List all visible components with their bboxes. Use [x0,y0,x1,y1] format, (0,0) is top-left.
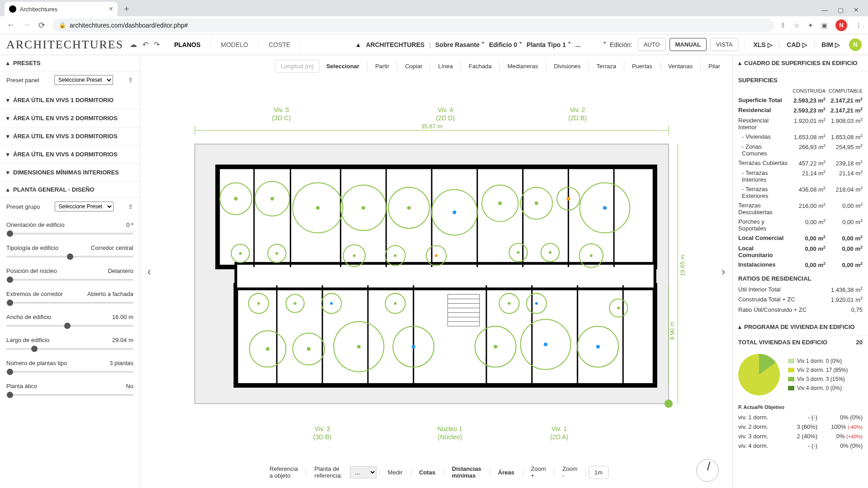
svg-point-96 [307,347,311,351]
export-bim[interactable]: BIM ▷ [820,38,842,51]
tool-cotas[interactable]: Cotas [414,466,441,479]
breadcrumb-up-icon[interactable]: ▲ [355,41,361,48]
breadcrumb-l2[interactable]: Edificio 0 ˅ [489,41,522,48]
programa-row: viv. 3 dorm.2 (40%)0% (+40%) [738,432,863,441]
view-tabs: PLANOS MODELO COSTE [164,35,301,55]
breadcrumb-l3[interactable]: Planta Tipo 1 ˅ [527,41,571,48]
section-area-2bed[interactable]: ▾ÁREA ÚTIL EN VIVS 2 DORMITORIOS [0,109,140,127]
tool-fachada[interactable]: Fachada [463,60,498,73]
presets-header[interactable]: ▴ PRESETS [0,55,140,71]
preset-grupo-select[interactable]: Seleccione Preset [55,202,113,211]
tool-copiar[interactable]: Copiar [399,60,428,73]
undo-icon[interactable]: ↶ [142,40,148,49]
window-controls: — ▢ ✕ [821,6,868,16]
mode-manual[interactable]: MANUAL [670,38,707,51]
canvas-next-icon[interactable]: › [717,261,730,282]
zoom-out-button[interactable]: Zoom - [557,463,583,482]
svg-point-82 [353,254,356,257]
planta-ref-select[interactable]: ... [350,466,377,479]
tool-puertas[interactable]: Puertas [626,60,658,73]
tab-coste[interactable]: COSTE [259,35,301,55]
browser-tab[interactable]: Architechtures × [5,2,118,16]
preset-panel-label: Preset panel [6,77,39,84]
section-planta-general[interactable]: ▴PLANTA GENERAL - DISEÑO [0,182,140,198]
section-area-4bed[interactable]: ▾ÁREA ÚTIL EN VIVS 4 DORMITORIOS [0,145,140,164]
tab-modelo[interactable]: MODELO [211,35,259,55]
canvas[interactable]: Longitud (m) Seleccionar Partir Copiar L… [140,55,732,488]
tool-dist-min[interactable]: Distancias mínimas [447,463,487,482]
zoom-in-button[interactable]: Zoom + [525,463,551,482]
maximize-icon[interactable]: ▢ [838,6,844,14]
svg-point-76 [498,202,502,205]
tool-ventanas[interactable]: Ventanas [662,60,698,73]
slider-largo[interactable]: Largo de edificio29.04 m [0,333,140,356]
canvas-prev-icon[interactable]: ‹ [143,261,156,282]
preset-grupo-label: Preset grupo [6,203,40,210]
slider-orientacion[interactable]: Orientación de edificio0 º [0,218,140,241]
svg-text:(3D C): (3D C) [272,114,291,122]
tool-divisiones[interactable]: Divisiones [548,60,586,73]
favicon-icon [9,5,16,13]
upload-icon[interactable]: ⇪ [128,203,133,210]
breadcrumb-l4[interactable]: ... [576,41,581,48]
menu-icon[interactable]: ⋮ [855,22,862,29]
programa-panel-header[interactable]: ▴ PROGRAMA DE VIVIENDA EN EDIFICIO [733,319,868,335]
svg-point-73 [362,206,365,210]
redo-icon[interactable]: ↷ [154,40,160,49]
slider-atico[interactable]: Planta áticoNo [0,379,140,402]
tab-planos[interactable]: PLANOS [164,35,211,55]
upload-icon[interactable]: ⇪ [128,76,133,84]
tool-ref-objeto[interactable]: Referencia a objeto [264,463,303,482]
slider-plantas[interactable]: Número de plantas tipo3 plantas [0,356,140,379]
reload-icon[interactable]: ⟳ [37,20,46,30]
tool-seleccionar[interactable]: Seleccionar [321,60,365,73]
bookmark-icon[interactable]: ☆ [794,22,800,29]
mode-auto[interactable]: AUTO [638,38,666,51]
back-icon[interactable]: ← [6,20,15,30]
table-row: Instalaciones0,00 m20,00 m2 [738,260,863,270]
slider-ancho[interactable]: Ancho de edificio16.00 m [0,310,140,333]
tool-partir[interactable]: Partir [369,60,395,73]
slider-nucleo[interactable]: Posición del núcleoDelantero [0,264,140,287]
new-tab-button[interactable]: + [120,3,133,15]
forward-icon[interactable]: → [22,20,31,30]
minimize-icon[interactable]: — [821,6,828,14]
panel-icon[interactable]: ▣ [821,22,827,29]
tool-medianeras[interactable]: Medianeras [501,60,544,73]
slider-tipologia[interactable]: Tipología de edificioCorredor central [0,241,140,264]
profile-avatar[interactable]: N [835,19,847,31]
tool-medir[interactable]: Medir [382,466,408,479]
section-min-dims[interactable]: ▾DIMENSIONES MÍNIMAS INTERIORES [0,164,140,182]
export-xls[interactable]: XLS ▷ [751,38,774,51]
url-bar[interactable]: 🔒 architechtures.com/dashboard/editor.ph… [52,19,774,32]
tool-longitud[interactable]: Longitud (m) [275,60,320,73]
slider-extremos[interactable]: Extremos de corredorAbierto a fachada [0,287,140,310]
tool-pilar[interactable]: Pilar [703,60,726,73]
cloud-icon[interactable]: ☁ [130,40,137,49]
tool-areas[interactable]: Áreas [493,466,520,479]
tab-close-icon[interactable]: × [109,5,113,13]
share-icon[interactable]: ⇪ [780,22,786,29]
floorplan-drawing[interactable]: Viv. 5 (3D C) Viv. 4 (2D D) Viv. 2 (2D B… [140,55,732,488]
preset-panel-select[interactable]: Seleccione Preset [54,75,113,85]
export-cad[interactable]: CAD ▷ [785,38,809,51]
svg-point-90 [330,302,333,305]
section-area-1bed[interactable]: ▾ÁREA ÚTIL EN VIVS 1 DORMITORIO [0,91,140,109]
svg-point-88 [257,302,260,305]
extensions-icon[interactable]: ✦ [808,22,813,29]
svg-point-85 [517,251,519,254]
user-avatar[interactable]: N [849,38,862,51]
breadcrumb-root[interactable]: ARCHITECHTURES [366,41,425,48]
superficies-panel-header[interactable]: ▴ CUADRO DE SUPERFICIES EN EDIFICIO [733,55,868,71]
chevron-down-icon[interactable]: ˅ [603,41,606,48]
section-area-3bed[interactable]: ▾ÁREA ÚTIL EN VIVS 3 DORMITORIOS [0,127,140,145]
tool-linea[interactable]: Línea [432,60,459,73]
pie-legend: Viv 1 dorm. 0 (0%)Viv 2 dorm. 17 (85%)Vi… [788,358,848,391]
close-window-icon[interactable]: ✕ [854,6,859,14]
breadcrumb-l1[interactable]: Sobre Rasante ˅ [435,41,485,48]
mode-vista[interactable]: VISTA [710,38,739,51]
legend-item: Viv 4 dorm. 0 (0%) [788,385,848,391]
tool-terraza[interactable]: Terraza [591,60,622,73]
programa-row: viv. 1 dorm.- (-)0% (0%) [738,413,863,422]
legend-item: Viv 1 dorm. 0 (0%) [788,358,848,364]
